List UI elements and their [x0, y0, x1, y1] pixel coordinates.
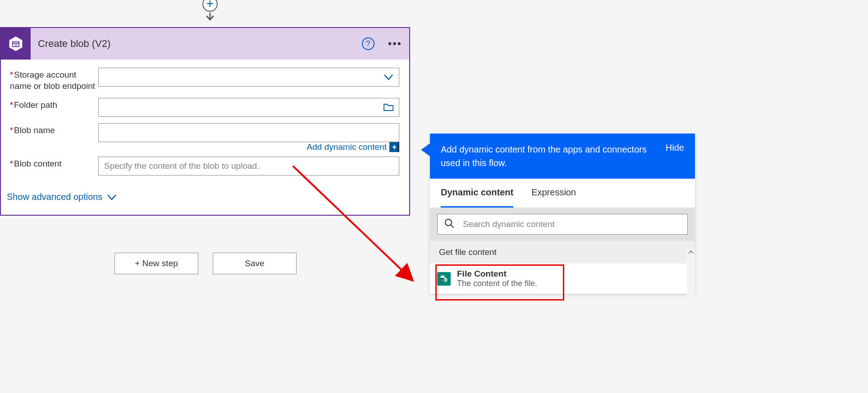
save-button[interactable]: Save	[213, 253, 297, 274]
dynamic-content-link-row: Add dynamic content +	[1, 142, 399, 152]
arrow-down-icon	[206, 13, 214, 23]
blobname-label: Blob name	[14, 125, 55, 135]
svg-line-5	[451, 225, 454, 228]
show-advanced-options[interactable]: Show advanced options	[7, 192, 117, 202]
tab-dynamic-content[interactable]: Dynamic content	[441, 179, 513, 208]
dc-header-text: Add dynamic content from the apps and co…	[441, 143, 648, 170]
dynamic-content-panel: Add dynamic content from the apps and co…	[430, 134, 695, 294]
chevron-down-icon	[107, 194, 117, 200]
field-blob-name: *Blob name	[1, 123, 399, 142]
tab-expression[interactable]: Expression	[531, 179, 576, 208]
field-storage-account: *Storage account name or blob endpoint	[1, 68, 399, 92]
dc-search-input[interactable]	[437, 214, 688, 235]
blob-content-input[interactable]	[98, 157, 399, 176]
storage-dropdown-icon[interactable]	[382, 71, 395, 83]
svg-text:S: S	[441, 278, 443, 282]
blobcontent-label: Blob content	[14, 159, 62, 168]
sharepoint-icon: S	[437, 272, 451, 286]
dc-section-title: Get file content	[430, 241, 695, 264]
folder-path-input[interactable]	[98, 98, 399, 117]
card-header[interactable]: 10 Create blob (V2) ? •••	[1, 28, 409, 60]
storage-label: Storage account name or blob endpoint	[10, 70, 95, 91]
step-connector: +	[203, 0, 217, 23]
field-blob-content: *Blob content	[1, 157, 399, 176]
card-title: Create blob (V2)	[38, 38, 110, 50]
dynamic-content-plus-icon[interactable]: +	[389, 142, 399, 152]
new-step-button[interactable]: + New step	[114, 253, 198, 274]
dc-hide-button[interactable]: Hide	[666, 143, 684, 170]
blob-connector-icon: 10	[1, 28, 31, 60]
dc-item-title: File Content	[457, 269, 537, 279]
create-blob-card: 10 Create blob (V2) ? ••• *Storage accou…	[0, 27, 410, 216]
dc-item-list: S File Content The content of the file.	[430, 264, 695, 294]
scrollbar[interactable]	[687, 249, 695, 312]
plus-icon: +	[206, 0, 214, 10]
field-folder-path: *Folder path	[1, 98, 399, 117]
folder-picker-icon[interactable]	[382, 101, 395, 114]
card-body: *Storage account name or blob endpoint *…	[1, 60, 409, 215]
add-dynamic-content-link[interactable]: Add dynamic content	[307, 142, 387, 152]
panel-pointer	[421, 143, 430, 156]
dc-tabs: Dynamic content Expression	[430, 179, 695, 208]
folder-label: Folder path	[14, 100, 57, 110]
svg-text:10: 10	[14, 43, 18, 46]
dc-item-file-content[interactable]: S File Content The content of the file.	[430, 264, 695, 294]
help-icon[interactable]: ?	[362, 37, 375, 50]
search-icon	[444, 218, 454, 230]
blob-name-input[interactable]	[98, 123, 399, 142]
footer-buttons: + New step Save	[114, 253, 297, 274]
storage-account-input[interactable]	[98, 68, 399, 87]
dc-item-desc: The content of the file.	[457, 279, 537, 288]
dc-panel-header: Add dynamic content from the apps and co…	[430, 134, 695, 179]
more-menu-icon[interactable]: •••	[388, 38, 402, 49]
insert-step-button[interactable]: +	[202, 0, 218, 12]
